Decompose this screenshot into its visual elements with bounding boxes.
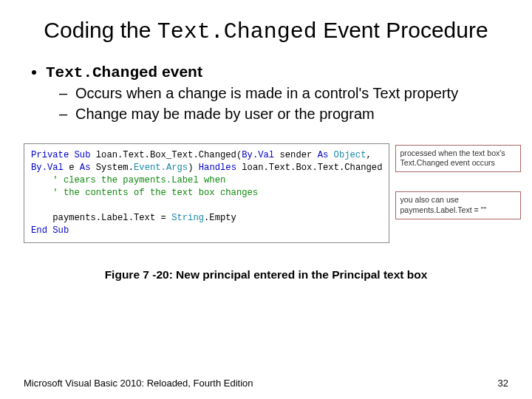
code-txt: payments.Label.Text =: [31, 213, 171, 223]
code-kw: By.Val: [31, 163, 64, 173]
code-kw: Private Sub: [31, 150, 90, 160]
title-mono: Text.Changed: [157, 19, 317, 44]
code-kw: End Sub: [31, 225, 69, 236]
code-comment: ' the contents of the text box changes: [31, 188, 258, 198]
code-txt: e: [64, 163, 80, 173]
code-txt: loan.Text.Box_Text.Changed(: [90, 150, 242, 160]
code-type: Object: [334, 150, 366, 160]
bullet-list: Text.Changed event Occurs when a change …: [30, 63, 508, 124]
slide-title: Coding the Text.Changed Event Procedure: [24, 16, 508, 47]
code-txt: .Empty: [204, 213, 236, 223]
bullet-1-sub-2: Change may be made by user or the progra…: [59, 105, 508, 124]
code-txt: ,: [366, 150, 372, 160]
callout-2: you also can use payments.Label.Text = "…: [395, 191, 521, 219]
code-kw: By.Val: [242, 150, 274, 160]
figure-caption: Figure 7 -20: New principal entered in t…: [24, 268, 508, 282]
title-pre: Coding the: [44, 18, 157, 42]
bullet-1: Text.Changed event Occurs when a change …: [46, 63, 508, 124]
code-type: String: [171, 213, 204, 223]
bullet-1-mono: Text.Changed: [46, 64, 157, 81]
bullet-1-sublist: Occurs when a change is made in a contro…: [59, 84, 508, 124]
code-comment: ' clears the payments.Label when: [31, 175, 225, 185]
bullet-1-bold: event: [157, 63, 202, 80]
code-figure: Private Sub loan.Text.Box_Text.Changed(B…: [24, 143, 508, 244]
code-txt: sender: [274, 150, 318, 160]
title-post: Event Procedure: [317, 18, 488, 42]
code-kw: Handles: [199, 163, 236, 173]
code-kw: As: [318, 150, 334, 160]
slide-footer: Microsoft Visual Basic 2010: Reloaded, F…: [24, 378, 508, 389]
code-txt: System.: [90, 163, 134, 173]
callout-1: processed when the text box's Text.Chang…: [395, 145, 521, 173]
callout-column: processed when the text box's Text.Chang…: [395, 145, 521, 219]
bullet-1-sub-1: Occurs when a change is made in a contro…: [59, 84, 508, 103]
code-txt: ): [188, 163, 199, 173]
code-type: Event.Args: [134, 163, 188, 173]
code-listing: Private Sub loan.Text.Box_Text.Changed(B…: [24, 143, 389, 244]
code-kw: As: [80, 163, 91, 173]
code-txt: loan.Text.Box.Text.Changed: [236, 163, 382, 173]
footer-page-number: 32: [498, 378, 508, 389]
footer-source: Microsoft Visual Basic 2010: Reloaded, F…: [24, 378, 253, 389]
